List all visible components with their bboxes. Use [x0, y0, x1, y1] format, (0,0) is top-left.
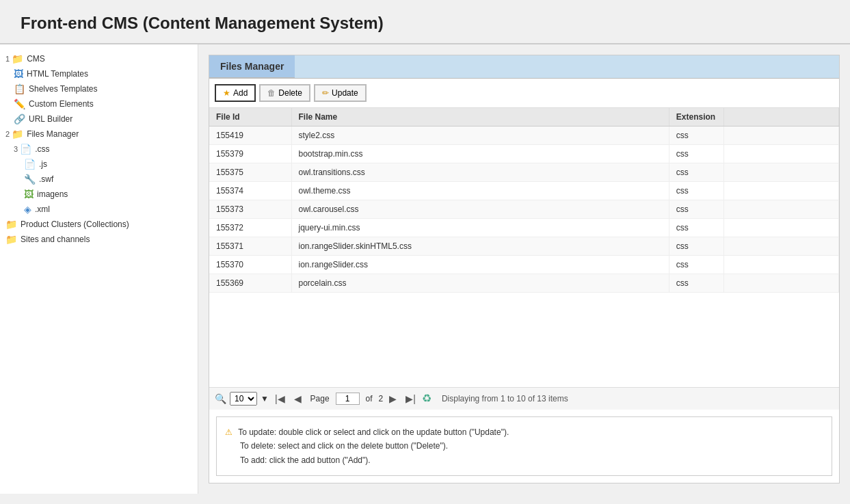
sidebar-item-label: Product Clusters (Collections)	[21, 220, 129, 229]
main-layout: 1 📁 CMS 🖼 HTML Templates 📋 Shelves Templ…	[0, 44, 850, 494]
page-input[interactable]	[336, 393, 360, 405]
cell-file-id: 155373	[209, 200, 291, 219]
cell-file-name: bootstrap.min.css	[291, 145, 669, 163]
delete-button[interactable]: 🗑 Delete	[259, 84, 310, 102]
table-row[interactable]: 155371 ion.rangeSlider.skinHTML5.css css	[209, 237, 839, 256]
page-header: Front-end CMS (Content Management System…	[0, 0, 850, 44]
folder-icon: 📁	[12, 53, 23, 64]
cell-extension: css	[669, 182, 723, 200]
table-row[interactable]: 155373 owl.carousel.css css	[209, 200, 839, 219]
per-page-select[interactable]: 10 25 50	[230, 392, 257, 406]
update-button[interactable]: ✏ Update	[314, 84, 367, 102]
prev-page-button[interactable]: ◀	[291, 392, 304, 406]
xml-icon: ◈	[24, 204, 31, 215]
table-row[interactable]: 155370 ion.rangeSlider.css css	[209, 256, 839, 274]
sidebar-item-swf[interactable]: 🔧 .swf	[0, 172, 198, 187]
info-line2: To delete: select and click on the delet…	[240, 441, 448, 451]
cell-file-id: 155379	[209, 145, 291, 163]
sidebar-item-custom-elements[interactable]: ✏️ Custom Elements	[0, 96, 198, 111]
info-box: ⚠ To update: double click or select and …	[216, 416, 832, 476]
add-label: Add	[233, 88, 248, 98]
table-row[interactable]: 155419 style2.css css	[209, 127, 839, 145]
cell-extra	[723, 256, 838, 274]
info-line1: To update: double click or select and cl…	[238, 427, 509, 437]
cell-extra	[723, 200, 838, 219]
sidebar-item-label: .css	[35, 144, 49, 154]
sidebar-item-label: Files Manager	[27, 129, 79, 139]
sidebar-item-label: .js	[39, 159, 47, 169]
of-label: of	[366, 394, 373, 403]
cell-extension: css	[669, 127, 723, 145]
sidebar-item-label: Sites and channels	[21, 235, 90, 244]
sidebar-item-label: imagens	[37, 189, 68, 199]
cell-file-name: porcelain.css	[291, 274, 669, 293]
sidebar-item-xml[interactable]: ◈ .xml	[0, 202, 198, 217]
cell-extra	[723, 219, 838, 237]
cell-file-id: 155372	[209, 219, 291, 237]
img-icon: 🖼	[24, 189, 34, 200]
page-label: Page	[310, 394, 330, 403]
cell-extra	[723, 163, 838, 182]
per-page-dropdown-indicator: ▼	[261, 394, 269, 403]
sidebar-item-shelves-templates[interactable]: 📋 Shelves Templates	[0, 81, 198, 96]
panel-tab[interactable]: Files Manager	[209, 55, 295, 78]
col-header-extra	[723, 108, 838, 127]
panel-tab-bar: Files Manager	[209, 55, 839, 79]
cell-file-name: jquery-ui.min.css	[291, 219, 669, 237]
swf-icon: 🔧	[24, 174, 36, 185]
add-button[interactable]: ★ Add	[215, 84, 256, 102]
table-row[interactable]: 155372 jquery-ui.min.css css	[209, 219, 839, 237]
table-row[interactable]: 155369 porcelain.css css	[209, 274, 839, 293]
sidebar-item-js[interactable]: 📄 .js	[0, 157, 198, 172]
cell-file-name: owl.transitions.css	[291, 163, 669, 182]
col-header-name: File Name	[291, 108, 669, 127]
cell-extension: css	[669, 145, 723, 163]
update-label: Update	[332, 88, 358, 98]
sidebar-item-url-builder[interactable]: 🔗 URL Builder	[0, 111, 198, 127]
sidebar-item-product-clusters[interactable]: 📁 Product Clusters (Collections)	[0, 217, 198, 232]
cell-file-id: 155419	[209, 127, 291, 145]
sites-icon: 📁	[5, 234, 17, 245]
refresh-button[interactable]: ♻	[422, 392, 431, 405]
add-icon: ★	[223, 88, 230, 98]
sidebar-item-html-templates[interactable]: 🖼 HTML Templates	[0, 66, 198, 81]
search-icon: 🔍	[215, 393, 226, 404]
cell-extension: css	[669, 274, 723, 293]
sidebar-item-cms[interactable]: 1 📁 CMS	[0, 51, 198, 66]
cell-extra	[723, 237, 838, 256]
cell-file-name: owl.carousel.css	[291, 200, 669, 219]
toolbar: ★ Add 🗑 Delete ✏ Update	[209, 79, 839, 108]
sidebar-item-sites-channels[interactable]: 📁 Sites and channels	[0, 232, 198, 247]
table-header: File Id File Name Extension	[209, 108, 839, 127]
page-title: Front-end CMS (Content Management System…	[21, 14, 829, 33]
table-row[interactable]: 155379 bootstrap.min.css css	[209, 145, 839, 163]
pagination-bar: 🔍 10 25 50 ▼ |◀ ◀ Page of 2 ▶ ▶| ♻ Displ…	[209, 387, 839, 410]
cell-file-id: 155369	[209, 274, 291, 293]
sidebar-item-label: Custom Elements	[29, 99, 94, 109]
cell-file-id: 155375	[209, 163, 291, 182]
delete-icon: 🗑	[267, 88, 276, 98]
sidebar-item-label: Shelves Templates	[29, 84, 98, 94]
pagination-info: Displaying from 1 to 10 of 13 items	[442, 394, 568, 403]
sidebar-item-label: URL Builder	[29, 114, 72, 124]
shelf-icon: 📋	[14, 83, 25, 94]
first-page-button[interactable]: |◀	[272, 392, 288, 406]
sidebar-item-label: .xml	[35, 204, 50, 214]
sidebar: 1 📁 CMS 🖼 HTML Templates 📋 Shelves Templ…	[0, 44, 198, 494]
files-table: File Id File Name Extension 155419 style…	[209, 108, 839, 293]
table-row[interactable]: 155375 owl.transitions.css css	[209, 163, 839, 182]
next-page-button[interactable]: ▶	[386, 392, 399, 406]
sidebar-item-imagens[interactable]: 🖼 imagens	[0, 187, 198, 202]
table-row[interactable]: 155374 owl.theme.css css	[209, 182, 839, 200]
last-page-button[interactable]: ▶|	[403, 392, 419, 406]
cell-file-name: owl.theme.css	[291, 182, 669, 200]
delete-label: Delete	[278, 88, 302, 98]
sidebar-item-files-manager[interactable]: 2 📁 Files Manager	[0, 127, 198, 142]
sidebar-item-css[interactable]: 3 📄 .css	[0, 142, 198, 157]
custom-icon: ✏️	[14, 98, 25, 109]
cell-extra	[723, 274, 838, 293]
cell-file-id: 155374	[209, 182, 291, 200]
col-header-id: File Id	[209, 108, 291, 127]
sidebar-item-label: CMS	[27, 54, 45, 64]
cell-file-id: 155370	[209, 256, 291, 274]
